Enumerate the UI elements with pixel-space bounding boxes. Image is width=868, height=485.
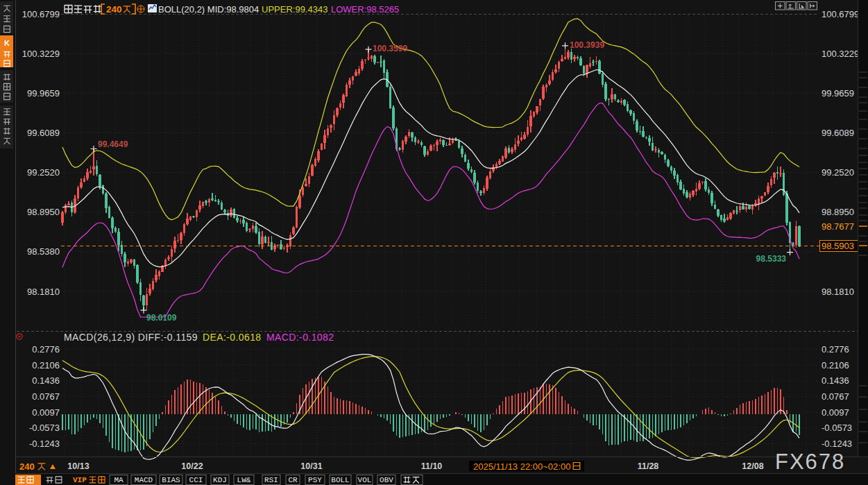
svg-text:2025/11/13 22:00~02:00: 2025/11/13 22:00~02:00: [473, 461, 570, 472]
svg-text:99.9659: 99.9659: [822, 88, 854, 99]
svg-text:99.6089: 99.6089: [822, 128, 854, 138]
svg-text:10/22: 10/22: [181, 461, 203, 471]
svg-text:98.8950: 98.8950: [27, 207, 60, 217]
svg-text:LOWER:98.5265: LOWER:98.5265: [331, 4, 399, 15]
svg-text:-0.0573: -0.0573: [29, 423, 60, 433]
svg-text:VOL: VOL: [358, 476, 372, 484]
svg-text:98.5380: 98.5380: [27, 246, 60, 257]
svg-text:DEA:-0.0618: DEA:-0.0618: [203, 332, 262, 343]
svg-text:99.4649: 99.4649: [98, 139, 128, 149]
svg-text:98.5333: 98.5333: [756, 254, 787, 264]
svg-text:0.0097: 0.0097: [822, 407, 849, 418]
svg-text:MACD:-0.1082: MACD:-0.1082: [266, 332, 334, 343]
svg-text:0.1436: 0.1436: [822, 375, 849, 386]
svg-text:0.2106: 0.2106: [32, 360, 60, 371]
svg-text:0.0767: 0.0767: [822, 391, 849, 402]
svg-text:98.1810: 98.1810: [822, 287, 854, 297]
svg-text:98.1810: 98.1810: [27, 287, 60, 297]
svg-text:99.9659: 99.9659: [27, 88, 60, 99]
svg-text:98.0109: 98.0109: [146, 313, 177, 323]
svg-text:100.6799: 100.6799: [822, 9, 859, 19]
svg-text:100.3229: 100.3229: [822, 49, 859, 59]
svg-text:99.2520: 99.2520: [822, 167, 854, 178]
svg-text:OBV: OBV: [380, 476, 393, 484]
svg-text:BIAS: BIAS: [162, 476, 180, 484]
svg-text:240: 240: [106, 4, 122, 15]
svg-text:11/10: 11/10: [421, 461, 443, 471]
svg-text:-0.1243: -0.1243: [29, 439, 60, 449]
svg-text:MACD(26,12,9) DIFF:-0.1159: MACD(26,12,9) DIFF:-0.1159: [64, 332, 198, 343]
svg-text:MA: MA: [114, 476, 124, 484]
svg-text:10/31: 10/31: [300, 461, 322, 471]
svg-text:98.7677: 98.7677: [822, 221, 854, 232]
svg-text:BOLL: BOLL: [331, 476, 349, 484]
svg-text:CR: CR: [288, 476, 298, 484]
svg-text:FX678: FX678: [775, 450, 845, 474]
svg-text:100.3599: 100.3599: [373, 44, 407, 53]
svg-text:11/28: 11/28: [638, 461, 659, 471]
svg-text:12/08: 12/08: [742, 461, 763, 471]
svg-text:98.5903: 98.5903: [822, 241, 854, 251]
svg-text:VIP: VIP: [73, 476, 87, 484]
svg-text:UPPER:99.4343: UPPER:99.4343: [262, 4, 327, 15]
svg-text:MACD: MACD: [135, 476, 153, 484]
svg-text:RSI: RSI: [264, 476, 278, 484]
svg-text:0.2776: 0.2776: [822, 344, 849, 355]
svg-text:0.1436: 0.1436: [32, 375, 60, 386]
svg-text:0.2106: 0.2106: [822, 360, 849, 371]
svg-text:0.2776: 0.2776: [32, 344, 60, 355]
svg-text:100.3939: 100.3939: [570, 40, 604, 50]
svg-text:99.6089: 99.6089: [27, 128, 60, 138]
svg-text:CCI: CCI: [189, 476, 203, 484]
svg-text:10/13: 10/13: [67, 461, 89, 471]
svg-text:-0.1243: -0.1243: [822, 439, 852, 449]
svg-text:BOLL(20,2) MID:98.9804: BOLL(20,2) MID:98.9804: [158, 4, 259, 15]
svg-text:-0.0573: -0.0573: [822, 423, 852, 433]
svg-text:0.0767: 0.0767: [32, 391, 60, 402]
svg-text:100.6799: 100.6799: [22, 9, 60, 19]
svg-text:LW&: LW&: [237, 476, 251, 484]
svg-text:PSY: PSY: [308, 476, 322, 484]
svg-text:240: 240: [19, 461, 35, 472]
svg-text:K: K: [4, 39, 10, 47]
svg-text:KDJ: KDJ: [213, 476, 227, 484]
svg-text:0.0097: 0.0097: [32, 407, 60, 418]
svg-text:98.8950: 98.8950: [822, 207, 854, 217]
svg-text:99.2520: 99.2520: [27, 167, 60, 178]
svg-text:100.3229: 100.3229: [22, 49, 60, 59]
